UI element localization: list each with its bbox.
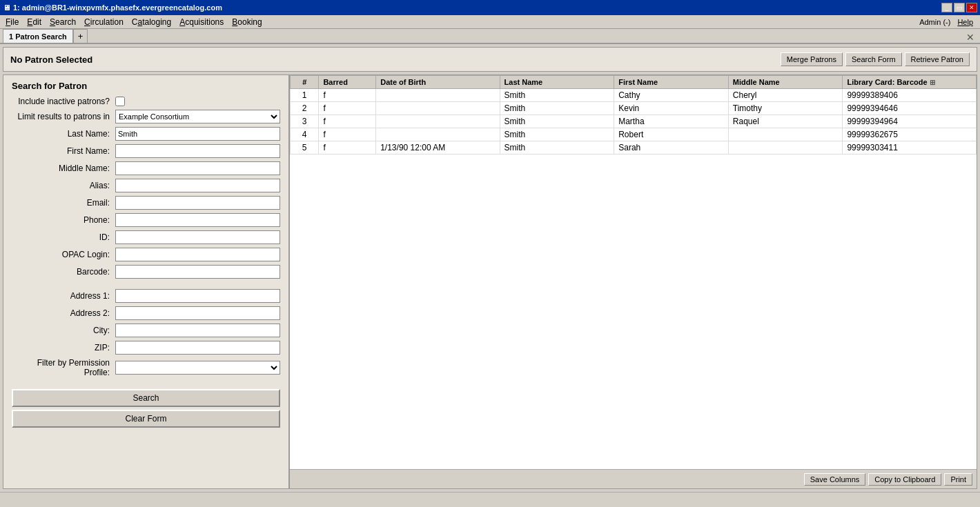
- results-tbody: 1 f Smith Cathy Cheryl 99999389406 2 f S…: [291, 89, 977, 155]
- titlebar-title: 🖥 1: admin@BR1-winxpvmfx.phasefx.evergre…: [3, 3, 222, 12]
- barcode-input[interactable]: [115, 265, 280, 279]
- titlebar-controls: _ ▭ ✕: [941, 3, 977, 12]
- add-tab-button[interactable]: +: [73, 29, 88, 43]
- help-label[interactable]: Help: [957, 18, 973, 26]
- cell-num: 4: [291, 128, 319, 141]
- col-header-middlename[interactable]: Middle Name: [728, 76, 843, 89]
- cell-dob: [376, 128, 500, 141]
- retrieve-patron-button[interactable]: Retrieve Patron: [905, 52, 970, 66]
- table-row[interactable]: 3 f Smith Martha Raquel 99999394964: [291, 115, 977, 128]
- email-input[interactable]: [115, 196, 280, 210]
- bottom-bar: Save Columns Copy to Clipboard Print: [290, 469, 977, 488]
- opac-login-label: OPAC Login:: [12, 250, 115, 259]
- admin-label[interactable]: Admin (-): [919, 18, 950, 26]
- city-row: City:: [12, 324, 280, 337]
- email-label: Email:: [12, 198, 115, 208]
- titlebar: 🖥 1: admin@BR1-winxpvmfx.phasefx.evergre…: [0, 0, 980, 15]
- statusbar: [0, 492, 980, 504]
- address1-row: Address 1:: [12, 289, 280, 303]
- include-inactive-checkbox[interactable]: [115, 97, 125, 106]
- table-header-row: # Barred Date of Birth Last Name First N…: [291, 76, 977, 89]
- cell-barred: f: [319, 89, 376, 102]
- id-input[interactable]: [115, 230, 280, 244]
- menu-booking[interactable]: Booking: [228, 16, 266, 28]
- col-header-num[interactable]: #: [291, 76, 319, 89]
- top-buttons: Merge Patrons Search Form Retrieve Patro…: [781, 52, 970, 66]
- address2-input[interactable]: [115, 306, 280, 320]
- last-name-input[interactable]: [115, 127, 280, 141]
- first-name-label: First Name:: [12, 146, 115, 156]
- print-button[interactable]: Print: [944, 473, 972, 486]
- minimize-button[interactable]: _: [941, 3, 952, 12]
- city-label: City:: [12, 326, 115, 335]
- opac-login-input[interactable]: [115, 248, 280, 261]
- limit-results-select[interactable]: Example Consortium: [115, 110, 280, 123]
- table-row[interactable]: 5 f 1/13/90 12:00 AM Smith Sarah 9999930…: [291, 141, 977, 155]
- results-panel: # Barred Date of Birth Last Name First N…: [290, 75, 977, 488]
- barcode-label: Barcode:: [12, 267, 115, 277]
- tab-label: 1 Patron Search: [9, 32, 67, 41]
- search-form-button[interactable]: Search Form: [845, 52, 902, 66]
- include-inactive-row: Include inactive patrons?: [12, 97, 280, 106]
- permission-profile-select[interactable]: [115, 361, 280, 375]
- titlebar-icon: 🖥: [3, 3, 10, 12]
- search-panel: Search for Patron Include inactive patro…: [3, 75, 290, 488]
- tabbar: 1 Patron Search + ✕: [0, 29, 980, 44]
- cell-num: 1: [291, 89, 319, 102]
- clear-form-button[interactable]: Clear Form: [12, 410, 280, 428]
- tab-patron-search[interactable]: 1 Patron Search: [3, 29, 73, 43]
- cell-lastname: Smith: [500, 102, 614, 115]
- cell-lastname: Smith: [500, 115, 614, 128]
- restore-button[interactable]: ▭: [954, 3, 965, 12]
- col-header-firstname[interactable]: First Name: [614, 76, 729, 89]
- table-row[interactable]: 4 f Smith Robert 99999362675: [291, 128, 977, 141]
- cell-lastname: Smith: [500, 141, 614, 155]
- cell-dob: [376, 115, 500, 128]
- id-label: ID:: [12, 232, 115, 242]
- include-inactive-label: Include inactive patrons?: [12, 97, 115, 106]
- col-header-barred[interactable]: Barred: [319, 76, 376, 89]
- close-button[interactable]: ✕: [966, 3, 977, 12]
- cell-barcode: 99999389406: [843, 89, 977, 102]
- address2-label: Address 2:: [12, 308, 115, 318]
- table-row[interactable]: 1 f Smith Cathy Cheryl 99999389406: [291, 89, 977, 102]
- cell-middlename: [728, 141, 843, 155]
- table-row[interactable]: 2 f Smith Kevin Timothy 99999394646: [291, 102, 977, 115]
- col-resize-icon: ⊞: [930, 79, 935, 86]
- alias-row: Alias:: [12, 179, 280, 192]
- titlebar-text: 1: admin@BR1-winxpvmfx.phasefx.evergreen…: [13, 3, 222, 12]
- close-window-icon[interactable]: ✕: [966, 32, 974, 43]
- phone-input[interactable]: [115, 213, 280, 227]
- menu-edit[interactable]: Edit: [23, 16, 46, 28]
- cell-dob: 1/13/90 12:00 AM: [376, 141, 500, 155]
- middle-name-input[interactable]: [115, 161, 280, 175]
- main-content: No Patron Selected Merge Patrons Search …: [0, 44, 980, 492]
- save-columns-button[interactable]: Save Columns: [804, 473, 866, 486]
- alias-label: Alias:: [12, 181, 115, 190]
- menu-circulation[interactable]: Circulation: [80, 16, 128, 28]
- cell-barcode: 99999303411: [843, 141, 977, 155]
- menu-acquisitions[interactable]: Acquisitions: [175, 16, 228, 28]
- col-header-lastname[interactable]: Last Name: [500, 76, 614, 89]
- results-table-wrapper: # Barred Date of Birth Last Name First N…: [290, 75, 977, 469]
- city-input[interactable]: [115, 324, 280, 337]
- menu-file[interactable]: File: [1, 16, 23, 28]
- cell-middlename: Timothy: [728, 102, 843, 115]
- middle-name-label: Middle Name:: [12, 163, 115, 173]
- address1-input[interactable]: [115, 289, 280, 303]
- first-name-input[interactable]: [115, 144, 280, 158]
- menu-search[interactable]: Search: [46, 16, 80, 28]
- cell-middlename: Raquel: [728, 115, 843, 128]
- col-header-dob[interactable]: Date of Birth: [376, 76, 500, 89]
- copy-clipboard-button[interactable]: Copy to Clipboard: [868, 473, 941, 486]
- cell-firstname: Kevin: [614, 102, 729, 115]
- content-area: Search for Patron Include inactive patro…: [3, 74, 977, 489]
- search-button[interactable]: Search: [12, 389, 280, 407]
- alias-input[interactable]: [115, 179, 280, 192]
- merge-patrons-button[interactable]: Merge Patrons: [781, 52, 843, 66]
- zip-input[interactable]: [115, 341, 280, 355]
- opac-login-row: OPAC Login:: [12, 248, 280, 261]
- menu-cataloging[interactable]: Cataloging: [128, 16, 175, 28]
- no-patron-label: No Patron Selected: [10, 54, 92, 65]
- col-header-barcode[interactable]: Library Card: Barcode ⊞: [843, 76, 977, 89]
